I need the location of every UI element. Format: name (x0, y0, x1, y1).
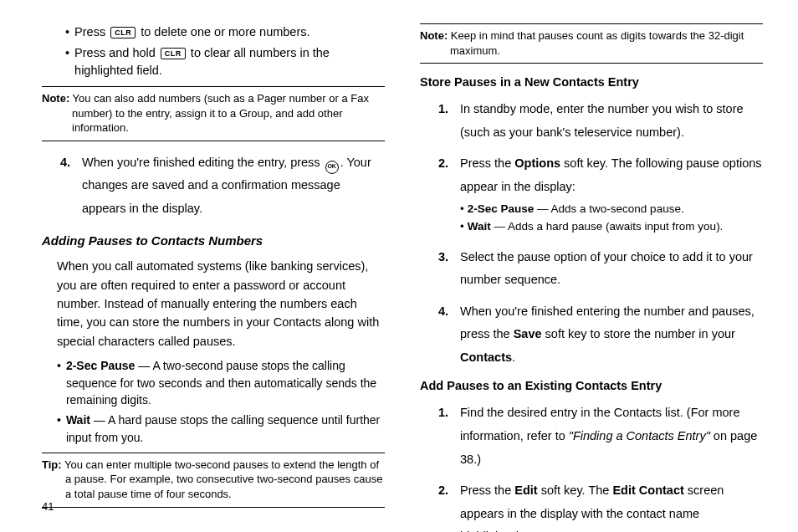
step-text: In standby mode, enter the number you wi… (460, 98, 763, 144)
text: soft key to store the number in your (542, 327, 735, 340)
step-item: 1. In standby mode, enter the number you… (438, 98, 763, 144)
text: Press the (460, 156, 514, 170)
sub-bullet-list: • 2-Sec Pause — Adds a two-second pause.… (460, 202, 763, 233)
sub-text: 2-Sec Pause — Adds a two-second pause. (468, 202, 684, 217)
text: Press (74, 25, 109, 38)
note-box: Note: Keep in mind that pauses count as … (420, 23, 763, 64)
term: Wait (468, 220, 491, 233)
bold-text: Save (514, 327, 542, 340)
tip-box: Tip: You can enter multiple two-second p… (42, 453, 385, 508)
tip-label: Tip: (42, 458, 62, 471)
bullet-dot: • (65, 23, 69, 41)
bold-text: Edit Contact (612, 483, 683, 497)
tip-text: You can enter multiple two-second pauses… (62, 458, 383, 500)
section-heading: Add Pauses to an Existing Contacts Entry (420, 377, 763, 395)
step-number: 1. (438, 98, 460, 144)
bold-text: Edit (514, 483, 537, 497)
text: Press the (460, 483, 514, 497)
press-bullets: • Press CLR to delete one or more number… (65, 23, 385, 79)
sub-text: Wait — Adds a hard pause (awaits input f… (468, 219, 724, 234)
note-content: Note: You can also add numbers (such as … (42, 91, 385, 136)
step-number: 4. (438, 300, 460, 370)
step-item: 4. When you're finished entering the num… (438, 300, 763, 370)
list-item: • 2-Sec Pause — A two-second pause stops… (57, 357, 385, 408)
definition-text: 2-Sec Pause — A two-second pause stops t… (66, 357, 385, 408)
ok-key-icon: OK (325, 161, 339, 174)
step-item: 4. When you're finished editing the entr… (60, 151, 385, 221)
text: to delete one or more numbers. (137, 25, 309, 38)
section-heading: Store Pauses in a New Contacts Entry (420, 74, 763, 91)
paragraph: When you call automated systems (like ba… (57, 257, 385, 350)
text: — Adds a hard pause (awaits input from y… (491, 220, 724, 233)
step-number: 4. (60, 151, 82, 221)
list-item: • Press CLR to delete one or more number… (65, 23, 385, 41)
step-number: 1. (438, 402, 460, 471)
note-label: Note: (420, 29, 448, 42)
section-heading: Adding Pauses to Contacts Numbers (42, 232, 385, 250)
right-column: Note: Keep in mind that pauses count as … (420, 23, 763, 532)
text: Press and hold (74, 46, 159, 59)
term: Wait (66, 413, 90, 427)
text: soft key. The (538, 483, 613, 497)
list-item: • Wait — Adds a hard pause (awaits input… (460, 219, 763, 234)
list-item: • Press and hold CLR to clear all number… (65, 44, 385, 79)
tip-content: Tip: You can enter multiple two-second p… (42, 458, 385, 502)
list-item: • Wait — A hard pause stops the calling … (57, 412, 385, 446)
note-box: Note: You can also add numbers (such as … (42, 86, 385, 141)
left-column: • Press CLR to delete one or more number… (42, 23, 385, 532)
bullet-dot: • (65, 44, 69, 79)
bullet-dot: • (57, 357, 61, 408)
step-text: Find the desired entry in the Contacts l… (460, 402, 763, 471)
step-text: Press the Options soft key. The followin… (460, 152, 763, 239)
list-item: • 2-Sec Pause — Adds a two-second pause. (460, 202, 763, 217)
step-number: 2. (438, 479, 460, 532)
page-number: 41 (42, 500, 54, 513)
step-item: 2. Press the Edit soft key. The Edit Con… (438, 479, 763, 532)
step-text: Select the pause option of your choice t… (460, 246, 763, 292)
definition-list: • 2-Sec Pause — A two-second pause stops… (57, 357, 385, 445)
bold-text: Contacts (460, 350, 512, 364)
step-number: 3. (438, 246, 460, 292)
clr-key-icon: CLR (110, 27, 136, 38)
term: 2-Sec Pause (66, 359, 136, 372)
bullet-dot: • (57, 412, 61, 446)
text: When you're finished editing the entry, … (82, 156, 324, 169)
note-content: Note: Keep in mind that pauses count as … (420, 28, 763, 58)
step-text: When you're finished entering the number… (460, 300, 763, 370)
text: — Adds a two-second pause. (534, 202, 683, 215)
step-number: 2. (438, 152, 460, 239)
text: — A hard pause stops the calling sequenc… (66, 413, 380, 443)
note-text: You can also add numbers (such as a Page… (69, 92, 369, 134)
step-text: Press the Edit soft key. The Edit Contac… (460, 479, 763, 532)
bullet-dot: • (460, 202, 464, 217)
definition-text: Wait — A hard pause stops the calling se… (66, 412, 385, 446)
bold-text: Options (514, 156, 560, 170)
bullet-dot: • (460, 219, 464, 234)
cross-reference: "Finding a Contacts Entry" (569, 429, 710, 442)
term: 2-Sec Pause (468, 202, 535, 215)
text: . (512, 350, 515, 364)
step-item: 2. Press the Options soft key. The follo… (438, 152, 763, 239)
clr-key-icon: CLR (161, 48, 186, 59)
bullet-text: Press CLR to delete one or more numbers. (74, 23, 309, 41)
step-item: 3. Select the pause option of your choic… (438, 246, 763, 292)
step-item: 1. Find the desired entry in the Contact… (438, 402, 763, 471)
note-text: Keep in mind that pauses count as digits… (448, 29, 744, 57)
step-text: When you're finished editing the entry, … (82, 151, 385, 221)
manual-page: • Press CLR to delete one or more number… (0, 0, 798, 532)
bullet-text: Press and hold CLR to clear all numbers … (74, 44, 385, 79)
note-label: Note: (42, 92, 69, 105)
